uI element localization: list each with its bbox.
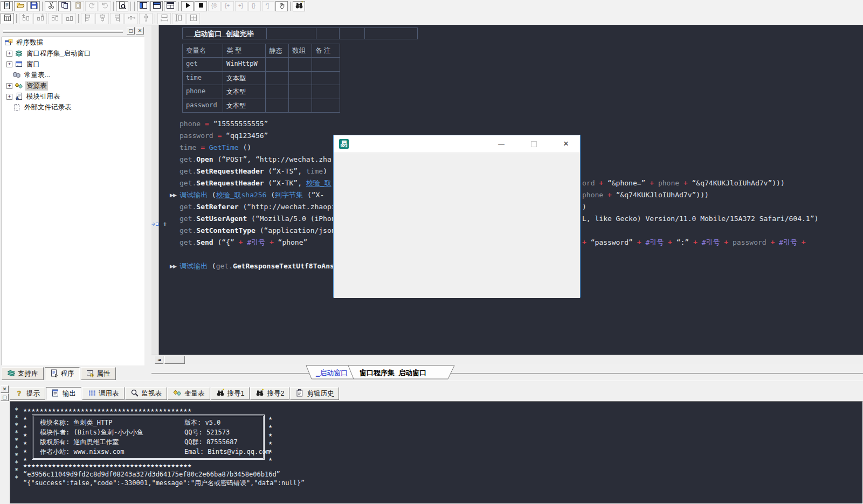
output-tab-调用表[interactable]: 调用表 (82, 387, 125, 400)
var-array-cell[interactable] (289, 85, 312, 99)
var-array-cell[interactable] (289, 58, 312, 71)
var-name-cell[interactable]: time (183, 72, 223, 85)
form-grid-button[interactable] (1, 13, 14, 24)
run-window-titlebar[interactable]: 易 — ✕ (334, 135, 580, 153)
event-empty-cell[interactable] (267, 27, 316, 39)
var-type-cell[interactable]: WinHttpW (223, 58, 266, 71)
program-icon (50, 369, 59, 379)
output-tab-label: 搜寻1 (227, 389, 245, 398)
tree-item-4[interactable]: +模块引用表 (2, 91, 144, 102)
paste-button (72, 1, 84, 11)
extfile-icon (12, 103, 21, 112)
stop-button[interactable] (195, 1, 207, 11)
output-close-icon[interactable]: ✕ (1, 385, 9, 393)
split-top-button[interactable] (150, 1, 163, 11)
var-type-cell[interactable]: 文本型 (223, 85, 266, 99)
var-type-cell[interactable]: 文本型 (223, 99, 266, 113)
tab-startup-window[interactable]: _启动窗口 (316, 368, 348, 378)
tab-window-program-set[interactable]: 窗口程序集_启动窗口 (360, 368, 426, 378)
output-json-line: “{"success":false,"code":-330001,"messag… (23, 479, 305, 488)
maximize-button (521, 135, 546, 153)
var-static-cell[interactable] (266, 58, 289, 71)
var-static-cell[interactable] (266, 72, 289, 85)
tree-item-0[interactable]: +窗口程序集_启动窗口 (2, 48, 144, 59)
code-line: get.SetRequestHeader (“X-TS”, time) (179, 167, 327, 176)
event-empty-cell[interactable] (365, 27, 418, 39)
tree-item-1[interactable]: +窗口 (2, 59, 144, 70)
insert-braces-button: {} (248, 1, 261, 11)
run-button[interactable] (181, 1, 194, 11)
elang-logo-icon: 易 (339, 139, 349, 149)
copy-button[interactable] (58, 1, 71, 11)
expand-plus-icon[interactable]: + (6, 94, 12, 100)
scrollbar-thumb[interactable] (164, 356, 185, 364)
var-name-cell[interactable]: phone (183, 85, 223, 99)
output-tab-变量表[interactable]: 变量表 (168, 387, 210, 400)
split-left-button[interactable] (137, 1, 149, 11)
left-tab-label: 程序 (61, 369, 74, 378)
panel-maximize-icon[interactable]: ▢ (127, 27, 135, 34)
output-tab-搜寻1[interactable]: 搜寻1 (211, 387, 250, 400)
output-float-icon[interactable]: ▢ (1, 393, 9, 401)
var-name-cell[interactable]: password (183, 99, 223, 113)
left-tab-属性[interactable]: 属性 (81, 367, 116, 380)
resources-icon (15, 81, 23, 90)
left-tab-支持库[interactable]: 支持库 (2, 367, 44, 380)
same-height-button (172, 13, 185, 24)
tree-item-3[interactable]: +资源表 (2, 80, 144, 91)
expand-plus-icon[interactable]: + (6, 83, 12, 89)
same-width-icon (160, 13, 169, 24)
hand-button[interactable] (275, 1, 288, 11)
output-tab-label: 调用表 (99, 389, 119, 398)
event-name: __启动窗口_创建完毕 (183, 28, 266, 39)
question-icon: ? (15, 389, 24, 399)
output-tab-监视表[interactable]: 监视表 (125, 387, 168, 400)
var-note-cell[interactable] (312, 58, 340, 71)
find-in-doc-button[interactable] (116, 1, 128, 11)
output-tab-提示[interactable]: ?提示 (10, 387, 45, 400)
var-type-cell[interactable]: 文本型 (223, 72, 266, 85)
space-across-button (125, 13, 138, 24)
program-tree: e程序数据+窗口程序集_启动窗口+窗口常量表...+资源表+模块引用表外部文件记… (2, 37, 144, 365)
scroll-left-icon[interactable]: ◄ (155, 356, 163, 364)
event-name-cell[interactable]: __启动窗口_创建完毕 (182, 27, 267, 39)
event-empty-cell[interactable] (340, 27, 365, 39)
ide-screen: {®{++}{}*] ▢ ✕ e程序数据+窗口程序集_启动窗口+窗口常量表...… (0, 0, 863, 504)
output-tab-搜寻2[interactable]: 搜寻2 (250, 387, 289, 400)
var-array-cell[interactable] (289, 99, 312, 113)
run-window-body (334, 153, 580, 298)
output-tab-剪辑历史[interactable]: 剪辑历史 (290, 387, 339, 400)
constants-icon (12, 71, 21, 79)
panel-grip[interactable] (3, 30, 123, 33)
var-static-cell[interactable] (266, 99, 289, 113)
split-grid-button[interactable] (164, 1, 176, 11)
minimize-button[interactable]: — (489, 135, 514, 153)
var-array-cell[interactable] (289, 72, 312, 85)
expand-plus-icon[interactable]: + (6, 51, 12, 57)
expand-plus-icon[interactable]: + (6, 61, 12, 67)
var-name-cell[interactable]: get (183, 58, 223, 71)
binoculars-button[interactable] (293, 1, 305, 11)
var-note-cell[interactable] (312, 85, 340, 99)
project-panel: ▢ ✕ e程序数据+窗口程序集_启动窗口+窗口常量表...+资源表+模块引用表外… (0, 25, 146, 381)
save-button[interactable] (27, 1, 40, 11)
tree-item-5[interactable]: 外部文件记录表 (2, 102, 144, 113)
tree-root[interactable]: e程序数据 (2, 37, 144, 48)
run-window[interactable]: 易 — ✕ (333, 135, 581, 298)
cut-button[interactable] (45, 1, 57, 11)
tree-item-label: 常量表... (23, 71, 51, 80)
panel-close-icon[interactable]: ✕ (136, 27, 144, 34)
editor-hscrollbar[interactable]: ◄ (151, 355, 863, 364)
var-note-cell[interactable] (312, 72, 340, 85)
left-tab-程序[interactable]: 程序 (45, 367, 80, 380)
star-col-left: ★★★★★★ (23, 414, 27, 464)
tree-item-2[interactable]: 常量表... (2, 70, 144, 80)
output-panel-controls: ✕ ▢ (1, 385, 9, 402)
close-button[interactable]: ✕ (554, 135, 578, 153)
var-note-cell[interactable] (312, 99, 340, 113)
output-tab-输出[interactable]: 输出 (46, 387, 81, 400)
open-file-button[interactable] (14, 1, 26, 11)
var-static-cell[interactable] (266, 85, 289, 99)
new-file-button[interactable] (1, 1, 13, 11)
event-empty-cell[interactable] (316, 27, 340, 39)
